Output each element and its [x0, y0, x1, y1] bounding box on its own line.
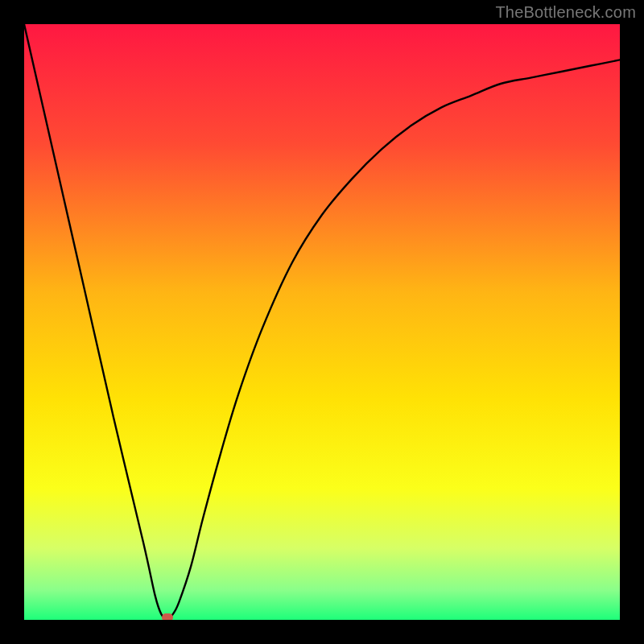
plot-area: [24, 24, 620, 620]
watermark-text: TheBottleneck.com: [495, 3, 636, 22]
chart-frame: TheBottleneck.com: [0, 0, 644, 644]
optimal-point-marker: [162, 613, 173, 620]
bottleneck-curve: [24, 24, 620, 620]
